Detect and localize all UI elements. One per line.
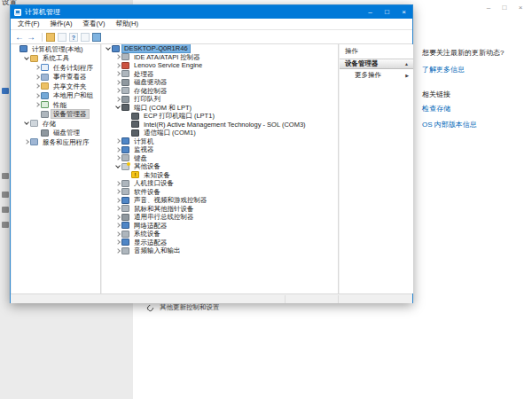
tree-item[interactable]: 性能 — [12, 100, 100, 110]
settings-nav-icon[interactable] — [2, 88, 9, 94]
chevron-right-icon[interactable] — [114, 199, 121, 202]
tree-item[interactable]: 声音、视频和游戏控制器 — [102, 196, 338, 205]
chevron-right-icon[interactable] — [114, 223, 121, 227]
tree-item[interactable]: 其他设备 — [102, 162, 338, 171]
chevron-right-icon[interactable] — [114, 182, 121, 185]
tree-item[interactable]: DESKTOP-Q0R1R46 — [102, 44, 338, 53]
chevron-right-icon[interactable] — [114, 148, 121, 152]
settings-nav-icon[interactable] — [2, 207, 9, 213]
menu-action[interactable]: 操作(A) — [45, 20, 78, 28]
tree-item[interactable]: 存储 — [12, 119, 100, 129]
tree-item[interactable]: 软件设备 — [102, 188, 338, 197]
settings-minimize-button[interactable]: – — [481, 3, 497, 13]
tree-item[interactable]: 人机接口设备 — [102, 179, 338, 188]
tree-item-label: 磁盘驱动器 — [132, 78, 169, 86]
check-storage-link[interactable]: 检查存储 — [422, 104, 450, 113]
tree-item[interactable]: 系统设备 — [102, 230, 338, 239]
collapse-icon[interactable]: ▲ — [404, 61, 413, 66]
settings-nav-icon[interactable] — [2, 173, 9, 179]
properties-icon[interactable] — [81, 33, 90, 42]
computer-dev-icon — [121, 137, 129, 145]
tree-item[interactable]: 系统工具 — [12, 54, 100, 64]
tree-item[interactable]: 未知设备 — [102, 171, 338, 180]
close-button[interactable]: × — [395, 5, 412, 19]
console-tree-icon[interactable] — [58, 33, 66, 42]
chevron-right-icon[interactable] — [114, 139, 121, 143]
export-list-icon[interactable] — [46, 33, 55, 42]
chevron-right-icon[interactable] — [114, 207, 121, 210]
chevron-right-icon[interactable] — [114, 232, 121, 236]
tree-item[interactable]: Lenovo Service Engine — [102, 61, 338, 70]
tree-item[interactable]: Intel(R) Active Management Technology - … — [102, 121, 338, 129]
chevron-right-icon[interactable] — [114, 190, 121, 193]
chevron-right-icon[interactable] — [114, 156, 121, 160]
tree-item[interactable]: 打印队列 — [102, 95, 338, 104]
tree-item[interactable]: 设备管理器 — [12, 110, 100, 120]
back-icon[interactable]: ← — [15, 33, 24, 42]
chevron-right-icon[interactable] — [114, 249, 121, 253]
tree-item[interactable]: 磁盘管理 — [12, 129, 100, 138]
tree-item[interactable]: 存储控制器 — [102, 87, 338, 96]
chevron-right-icon[interactable] — [34, 103, 41, 106]
chevron-right-icon[interactable] — [23, 140, 30, 144]
tree-item[interactable]: 通信端口 (COM1) — [102, 129, 338, 137]
chevron-right-icon[interactable] — [114, 64, 121, 67]
chevron-right-icon[interactable] — [34, 66, 41, 69]
settings-close-button[interactable]: × — [512, 3, 528, 13]
menu-view[interactable]: 查看(V) — [78, 20, 111, 28]
tree-item[interactable]: 音频输入和输出 — [102, 246, 338, 255]
maximize-button[interactable]: □ — [379, 5, 395, 19]
tree-item[interactable]: 计算机管理(本地) — [12, 44, 100, 54]
task-scheduler-icon — [41, 64, 49, 71]
tree-item[interactable]: 监视器 — [102, 145, 338, 154]
chevron-down-icon[interactable] — [114, 106, 121, 108]
os-build-info-link[interactable]: OS 内部版本信息 — [422, 120, 477, 129]
minimize-button[interactable]: – — [362, 5, 379, 19]
tree-item[interactable]: 事件查看器 — [12, 73, 100, 82]
tree-item[interactable]: 计算机 — [102, 137, 338, 146]
chevron-down-icon[interactable] — [105, 48, 112, 50]
chevron-right-icon[interactable] — [34, 94, 41, 98]
chevron-down-icon[interactable] — [23, 58, 30, 59]
settings-nav-icon[interactable] — [2, 192, 9, 198]
help-icon[interactable]: ? — [69, 33, 78, 42]
chevron-right-icon[interactable] — [114, 215, 121, 219]
chevron-down-icon[interactable] — [114, 166, 121, 168]
tree-item[interactable]: 键盘 — [102, 154, 338, 163]
tree-item[interactable]: 网络适配器 — [102, 222, 338, 231]
chevron-right-icon[interactable] — [114, 89, 121, 92]
tree-item[interactable]: 处理器 — [102, 70, 338, 79]
tree-item[interactable]: 通用串行总线控制器 — [102, 213, 338, 222]
tree-item[interactable]: 服务和应用程序 — [12, 137, 100, 147]
tree-item[interactable]: 端口 (COM 和 LPT) — [102, 104, 338, 113]
chevron-right-icon[interactable] — [114, 81, 121, 84]
tree-item[interactable]: 本地用户和组 — [12, 91, 100, 101]
more-actions-item[interactable]: 更多操作 ▶ — [340, 69, 413, 81]
tree-item[interactable]: 磁盘驱动器 — [102, 78, 338, 87]
tree-item[interactable]: 显示适配器 — [102, 239, 338, 247]
forward-icon[interactable]: → — [27, 33, 35, 42]
actions-section-header[interactable]: 设备管理器 ▲ — [340, 59, 413, 69]
chevron-right-icon[interactable] — [114, 240, 121, 244]
learn-more-link[interactable]: 了解更多信息 — [422, 65, 465, 74]
chevron-right-icon[interactable] — [114, 98, 121, 101]
tree-item[interactable]: 鼠标和其他指针设备 — [102, 205, 338, 214]
chevron-right-icon[interactable] — [34, 75, 41, 79]
tree-item-label: DESKTOP-Q0R1R46 — [122, 44, 190, 52]
chevron-down-icon[interactable] — [23, 122, 30, 124]
tree-item[interactable]: 任务计划程序 — [12, 63, 100, 73]
tree-item[interactable]: ECP 打印机端口 (LPT1) — [102, 112, 338, 121]
chevron-right-icon[interactable] — [114, 72, 121, 75]
settings-maximize-button[interactable]: □ — [497, 3, 512, 13]
chevron-right-icon[interactable] — [114, 55, 121, 59]
title-bar[interactable]: 计算机管理 – □ × — [11, 5, 412, 19]
menu-file[interactable]: 文件(F) — [12, 20, 45, 28]
remote-computer-icon[interactable] — [92, 33, 101, 42]
settings-nav-icon[interactable] — [2, 222, 9, 228]
tree-item[interactable]: 共享文件夹 — [12, 82, 100, 91]
tree-item[interactable]: IDE ATA/ATAPI 控制器 — [102, 53, 338, 62]
menu-help[interactable]: 帮助(H) — [111, 20, 144, 28]
other-update-settings-item[interactable]: 其他更新控制和设置 — [147, 303, 220, 312]
tree-item-label: 键盘 — [132, 154, 149, 162]
chevron-right-icon[interactable] — [34, 84, 41, 88]
